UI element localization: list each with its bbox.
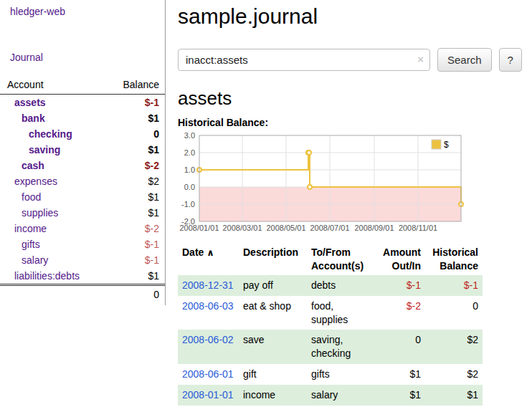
account-name-cell: checking <box>0 126 105 142</box>
register-table: Date ∧ Description To/From Account(s) Am… <box>178 244 483 406</box>
search-box: × <box>178 49 430 71</box>
brand: hledger-web <box>10 6 165 17</box>
account-balance: $-2 <box>105 221 165 236</box>
account-link[interactable]: income <box>14 223 47 234</box>
svg-text:2008/03/01: 2008/03/01 <box>222 224 262 232</box>
brand-link[interactable]: hledger-web <box>10 6 65 17</box>
register-cell-balance: $-1 <box>425 275 483 296</box>
svg-text:3.0: 3.0 <box>184 133 195 140</box>
register-header-description[interactable]: Description <box>239 244 307 275</box>
svg-text:0.0: 0.0 <box>184 183 195 191</box>
account-link[interactable]: checking <box>29 128 72 140</box>
account-link[interactable]: food <box>22 191 41 203</box>
account-row: income$-2 <box>0 221 165 236</box>
account-balance: $2 <box>105 173 165 189</box>
register-header-date[interactable]: Date ∧ <box>178 244 239 275</box>
app: hledger-web Journal Account Balance asse… <box>0 0 532 406</box>
account-balance: 0 <box>105 126 165 142</box>
account-link[interactable]: salary <box>22 254 48 266</box>
register-header-account[interactable]: To/From Account(s) <box>307 244 375 275</box>
account-link[interactable]: bank <box>22 112 45 124</box>
account-link[interactable]: expenses <box>14 176 57 187</box>
account-link[interactable]: cash <box>22 160 44 171</box>
journal-nav: Journal <box>10 52 165 63</box>
account-name-cell: income <box>0 221 105 236</box>
register-header-balance[interactable]: Historical Balance <box>425 244 483 275</box>
register-header-date-label: Date <box>182 246 204 258</box>
register-cell-accounts: saving, checking <box>307 330 375 364</box>
account-balance: $-2 <box>105 158 165 173</box>
register-cell-description: save <box>239 330 307 364</box>
journal-link[interactable]: Journal <box>10 52 43 63</box>
transaction-date-link[interactable]: 2008-06-03 <box>182 300 234 312</box>
register-cell-description: pay off <box>239 275 307 296</box>
account-row: gifts$-1 <box>0 236 165 252</box>
register-cell-description: gift <box>239 364 307 385</box>
search-row: × Search ? <box>178 48 532 72</box>
account-name-cell: liabilities:debts <box>0 268 105 285</box>
account-name-cell: supplies <box>0 205 105 221</box>
register-row: 2008-06-03eat & shopfood, supplies$-20 <box>178 296 483 330</box>
register-cell-description: eat & shop <box>239 296 307 330</box>
help-button[interactable]: ? <box>499 48 522 72</box>
account-row: salary$-1 <box>0 252 165 268</box>
accounts-total-spacer <box>0 285 105 303</box>
account-link[interactable]: supplies <box>22 207 58 219</box>
accounts-header-account: Account <box>0 76 105 95</box>
account-row: assets$-1 <box>0 95 165 111</box>
register-cell-description: income <box>239 385 307 406</box>
register-cell-amount: $1 <box>375 385 425 406</box>
account-balance: $1 <box>105 110 165 126</box>
register-cell-balance: $1 <box>425 385 483 406</box>
chart-heading: Historical Balance: <box>178 117 532 128</box>
transaction-date-link[interactable]: 2008-06-02 <box>182 334 234 345</box>
account-balance: $1 <box>105 205 165 221</box>
account-row: expenses$2 <box>0 173 165 189</box>
account-name-cell: salary <box>0 252 105 268</box>
register-cell-date: 2008-06-01 <box>178 364 239 385</box>
account-link[interactable]: saving <box>29 144 60 155</box>
accounts-header-row: Account Balance <box>0 76 165 95</box>
search-button[interactable]: Search <box>437 48 492 72</box>
account-balance: $-1 <box>105 236 165 252</box>
account-row: liabilities:debts$1 <box>0 268 165 285</box>
svg-text:2008/11/01: 2008/11/01 <box>399 224 437 232</box>
account-name-cell: cash <box>0 158 105 173</box>
account-link[interactable]: assets <box>14 97 46 108</box>
historical-balance-chart: 3.02.01.00.0-1.0-2.02008/01/012008/03/01… <box>178 133 466 233</box>
register-cell-amount: $-1 <box>375 275 425 296</box>
transaction-date-link[interactable]: 2008-06-01 <box>182 368 234 380</box>
clear-search-icon[interactable]: × <box>417 53 424 65</box>
svg-text:2008/07/01: 2008/07/01 <box>310 224 349 232</box>
account-balance: $1 <box>105 189 165 205</box>
register-cell-date: 2008-06-03 <box>178 296 239 330</box>
svg-text:2008/01/01: 2008/01/01 <box>179 224 219 232</box>
account-balance: $-1 <box>105 252 165 268</box>
register-header-amount[interactable]: Amount Out/In <box>375 244 425 275</box>
account-balance: $1 <box>105 268 165 285</box>
register-row: 2008-06-02savesaving, checking0$2 <box>178 330 483 364</box>
register-cell-balance: 0 <box>425 296 483 330</box>
account-row: checking0 <box>0 126 165 142</box>
chart-canvas: 3.02.01.00.0-1.0-2.02008/01/012008/03/01… <box>178 133 466 233</box>
register-cell-accounts: food, supplies <box>307 296 375 330</box>
chart-legend: $ <box>429 138 460 152</box>
account-name-cell: assets <box>0 95 105 111</box>
register-cell-balance: $2 <box>425 364 483 385</box>
register-cell-accounts: salary <box>307 385 375 406</box>
register-cell-accounts: gifts <box>307 364 375 385</box>
legend-label: $ <box>444 140 449 150</box>
account-balance: $1 <box>105 142 165 158</box>
account-link[interactable]: liabilities:debts <box>14 270 80 282</box>
sidebar: hledger-web Journal Account Balance asse… <box>0 0 166 305</box>
search-input[interactable] <box>178 49 430 71</box>
transaction-date-link[interactable]: 2008-01-01 <box>182 389 234 401</box>
accounts-table: Account Balance assets$-1bank$1checking0… <box>0 76 165 302</box>
account-row: supplies$1 <box>0 205 165 221</box>
account-row: food$1 <box>0 189 165 205</box>
accounts-total-row: 0 <box>0 285 165 303</box>
account-name-cell: bank <box>0 110 105 126</box>
account-link[interactable]: gifts <box>22 239 40 250</box>
transaction-date-link[interactable]: 2008-12-31 <box>182 279 234 291</box>
register-row: 2008-12-31pay offdebts$-1$-1 <box>178 275 483 296</box>
